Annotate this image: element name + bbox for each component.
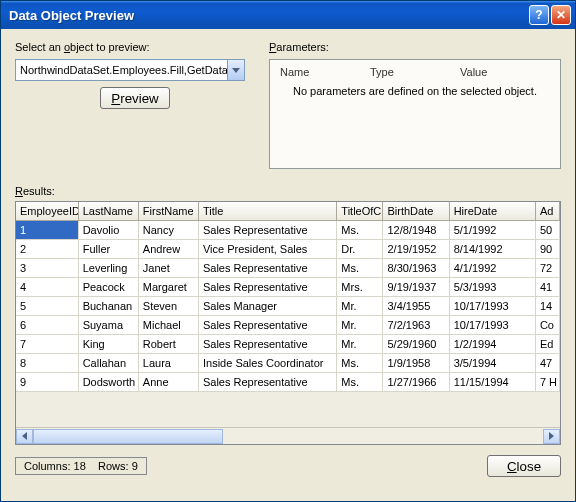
- table-cell[interactable]: 12/8/1948: [383, 221, 449, 240]
- table-cell[interactable]: 4: [16, 278, 78, 297]
- table-cell[interactable]: 6: [16, 316, 78, 335]
- table-cell[interactable]: 3/5/1994: [449, 354, 535, 373]
- table-cell[interactable]: 5/29/1960: [383, 335, 449, 354]
- column-header[interactable]: TitleOfC: [337, 202, 383, 221]
- table-cell[interactable]: Nancy: [138, 221, 198, 240]
- table-cell[interactable]: 8/14/1992: [449, 240, 535, 259]
- table-cell[interactable]: Sales Representative: [198, 316, 336, 335]
- table-row[interactable]: 8CallahanLauraInside Sales CoordinatorMs…: [16, 354, 560, 373]
- table-cell[interactable]: 72: [535, 259, 559, 278]
- table-cell[interactable]: 3/4/1955: [383, 297, 449, 316]
- results-grid[interactable]: EmployeeIDLastNameFirstNameTitleTitleOfC…: [16, 202, 560, 392]
- table-cell[interactable]: King: [78, 335, 138, 354]
- table-cell[interactable]: Co: [535, 316, 559, 335]
- table-cell[interactable]: 47: [535, 354, 559, 373]
- help-button[interactable]: ?: [529, 5, 549, 25]
- table-row[interactable]: 6SuyamaMichaelSales RepresentativeMr.7/2…: [16, 316, 560, 335]
- table-row[interactable]: 4PeacockMargaretSales RepresentativeMrs.…: [16, 278, 560, 297]
- table-cell[interactable]: Suyama: [78, 316, 138, 335]
- object-selector-combo[interactable]: NorthwindDataSet.Employees.Fill,GetData …: [15, 59, 245, 81]
- table-cell[interactable]: Inside Sales Coordinator: [198, 354, 336, 373]
- table-cell[interactable]: 8/30/1963: [383, 259, 449, 278]
- table-cell[interactable]: Janet: [138, 259, 198, 278]
- table-cell[interactable]: 5: [16, 297, 78, 316]
- column-header[interactable]: FirstName: [138, 202, 198, 221]
- table-cell[interactable]: 41: [535, 278, 559, 297]
- table-cell[interactable]: Michael: [138, 316, 198, 335]
- table-cell[interactable]: Laura: [138, 354, 198, 373]
- table-cell[interactable]: Sales Representative: [198, 221, 336, 240]
- table-cell[interactable]: Buchanan: [78, 297, 138, 316]
- table-row[interactable]: 1DavolioNancySales RepresentativeMs.12/8…: [16, 221, 560, 240]
- table-cell[interactable]: Mr.: [337, 335, 383, 354]
- table-cell[interactable]: 1: [16, 221, 78, 240]
- table-cell[interactable]: Dodsworth: [78, 373, 138, 392]
- table-cell[interactable]: Sales Representative: [198, 278, 336, 297]
- table-cell[interactable]: 14: [535, 297, 559, 316]
- horizontal-scrollbar[interactable]: [16, 427, 560, 444]
- table-cell[interactable]: Mr.: [337, 316, 383, 335]
- table-cell[interactable]: Dr.: [337, 240, 383, 259]
- table-cell[interactable]: Ms.: [337, 221, 383, 240]
- table-cell[interactable]: 7/2/1963: [383, 316, 449, 335]
- table-cell[interactable]: 10/17/1993: [449, 297, 535, 316]
- table-cell[interactable]: Robert: [138, 335, 198, 354]
- table-cell[interactable]: 9: [16, 373, 78, 392]
- table-cell[interactable]: Mrs.: [337, 278, 383, 297]
- column-header[interactable]: Ad: [535, 202, 559, 221]
- table-cell[interactable]: Peacock: [78, 278, 138, 297]
- table-cell[interactable]: 1/2/1994: [449, 335, 535, 354]
- table-cell[interactable]: 7: [16, 335, 78, 354]
- table-cell[interactable]: Davolio: [78, 221, 138, 240]
- table-cell[interactable]: 3: [16, 259, 78, 278]
- combo-dropdown-button[interactable]: [227, 60, 244, 80]
- table-cell[interactable]: Sales Representative: [198, 373, 336, 392]
- table-cell[interactable]: 5/3/1993: [449, 278, 535, 297]
- table-cell[interactable]: Ed: [535, 335, 559, 354]
- column-header[interactable]: BirthDate: [383, 202, 449, 221]
- table-row[interactable]: 7KingRobertSales RepresentativeMr.5/29/1…: [16, 335, 560, 354]
- table-cell[interactable]: 1/27/1966: [383, 373, 449, 392]
- column-header[interactable]: LastName: [78, 202, 138, 221]
- table-cell[interactable]: 9/19/1937: [383, 278, 449, 297]
- table-cell[interactable]: 5/1/1992: [449, 221, 535, 240]
- scroll-right-button[interactable]: [543, 429, 560, 444]
- table-cell[interactable]: Ms.: [337, 354, 383, 373]
- preview-button[interactable]: Preview: [100, 87, 170, 109]
- table-row[interactable]: 5BuchananStevenSales ManagerMr.3/4/19551…: [16, 297, 560, 316]
- table-cell[interactable]: Vice President, Sales: [198, 240, 336, 259]
- table-cell[interactable]: Sales Representative: [198, 259, 336, 278]
- table-cell[interactable]: 2: [16, 240, 78, 259]
- close-button[interactable]: Close: [487, 455, 561, 477]
- table-cell[interactable]: Mr.: [337, 297, 383, 316]
- table-cell[interactable]: 7 H: [535, 373, 559, 392]
- table-cell[interactable]: Steven: [138, 297, 198, 316]
- table-cell[interactable]: Andrew: [138, 240, 198, 259]
- table-cell[interactable]: 1/9/1958: [383, 354, 449, 373]
- table-cell[interactable]: 11/15/1994: [449, 373, 535, 392]
- table-cell[interactable]: Fuller: [78, 240, 138, 259]
- table-cell[interactable]: 4/1/1992: [449, 259, 535, 278]
- table-cell[interactable]: Callahan: [78, 354, 138, 373]
- table-cell[interactable]: 8: [16, 354, 78, 373]
- column-header[interactable]: HireDate: [449, 202, 535, 221]
- table-cell[interactable]: 10/17/1993: [449, 316, 535, 335]
- scroll-left-button[interactable]: [16, 429, 33, 444]
- table-cell[interactable]: Anne: [138, 373, 198, 392]
- column-header[interactable]: EmployeeID: [16, 202, 78, 221]
- table-cell[interactable]: Ms.: [337, 259, 383, 278]
- table-cell[interactable]: 50: [535, 221, 559, 240]
- table-cell[interactable]: 90: [535, 240, 559, 259]
- table-cell[interactable]: 2/19/1952: [383, 240, 449, 259]
- table-row[interactable]: 3LeverlingJanetSales RepresentativeMs.8/…: [16, 259, 560, 278]
- table-cell[interactable]: Sales Manager: [198, 297, 336, 316]
- table-row[interactable]: 9DodsworthAnneSales RepresentativeMs.1/2…: [16, 373, 560, 392]
- table-cell[interactable]: Margaret: [138, 278, 198, 297]
- table-cell[interactable]: Sales Representative: [198, 335, 336, 354]
- window-close-button[interactable]: ✕: [551, 5, 571, 25]
- table-cell[interactable]: Ms.: [337, 373, 383, 392]
- scrollbar-track[interactable]: [33, 429, 543, 444]
- table-cell[interactable]: Leverling: [78, 259, 138, 278]
- table-row[interactable]: 2FullerAndrewVice President, SalesDr.2/1…: [16, 240, 560, 259]
- column-header[interactable]: Title: [198, 202, 336, 221]
